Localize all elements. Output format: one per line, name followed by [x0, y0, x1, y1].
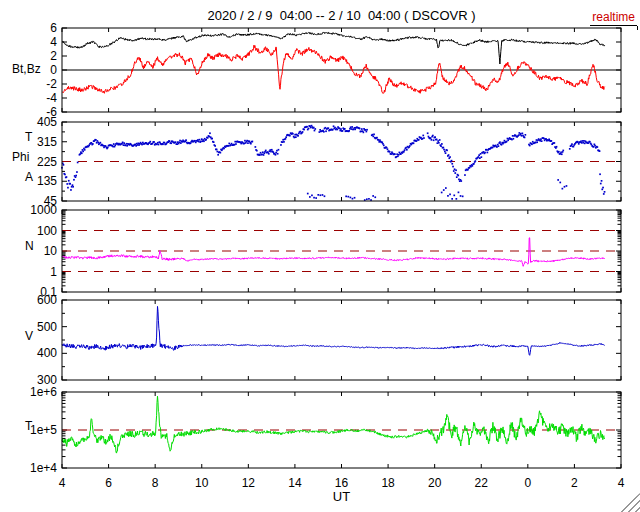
y-axis-label-n: N: [25, 239, 34, 253]
y-axis-label-a: A: [25, 170, 33, 184]
series-N: [62, 238, 605, 267]
x-tick-label: 20: [428, 476, 442, 490]
y-tick-label: 1000: [30, 203, 57, 217]
y-tick-label: 315: [37, 135, 57, 149]
y-tick-label: 4: [50, 35, 57, 49]
panel-frame: [62, 300, 621, 380]
y-tick-label: 10: [44, 244, 58, 258]
x-tick-label: 10: [195, 476, 209, 490]
panel-bt-bz: 6420-2-4-6: [46, 21, 621, 119]
y-tick-label: -4: [46, 91, 57, 105]
y-tick-label: -2: [46, 77, 57, 91]
x-tick-label: 0: [524, 476, 531, 490]
y-tick-label: 135: [37, 174, 57, 188]
y-axis-label-btbz: Bt,Bz: [12, 62, 41, 76]
charts-svg: 6420-2-4-64053152251354510001001010.1600…: [0, 0, 640, 512]
y-tick-label: 405: [37, 115, 57, 129]
x-tick-label: 4: [618, 476, 625, 490]
x-tick-label: 16: [335, 476, 349, 490]
y-tick-label: 0: [50, 63, 57, 77]
y-tick-label: 1: [50, 265, 57, 279]
y-tick-label: 225: [37, 155, 57, 169]
y-tick-label: 2: [50, 49, 57, 63]
y-axis-label-phi: Phi: [12, 150, 29, 164]
x-tick-label: 8: [152, 476, 159, 490]
x-tick-label: 14: [288, 476, 302, 490]
x-axis-label: UT: [62, 489, 621, 504]
panel-density: 10001001010.1: [30, 203, 621, 299]
x-tick-label: 12: [242, 476, 256, 490]
x-tick-label: 6: [105, 476, 112, 490]
dscovr-realtime-plot-window: 2020 / 2 / 9 04:00 -- 2 / 10 04:00 ( DSC…: [0, 0, 640, 512]
y-axis-label-t-phi: T: [25, 130, 32, 144]
x-tick-label: 2: [571, 476, 578, 490]
y-tick-label: 400: [37, 346, 57, 360]
series-T: [62, 396, 605, 453]
x-tick-label: 18: [381, 476, 395, 490]
y-tick-label: 600: [37, 293, 57, 307]
series-V: [62, 306, 605, 355]
y-tick-label: 500: [37, 320, 57, 334]
y-tick-label: 1e+6: [30, 385, 57, 399]
series-Bz: [62, 45, 605, 93]
x-tick-label: 22: [475, 476, 489, 490]
y-tick-label: 6: [50, 21, 57, 35]
panel-temperature: 1e+61e+51e+4: [30, 385, 621, 475]
panel-speed: 600500400300: [37, 293, 621, 387]
x-tick-label: 4: [59, 476, 66, 490]
y-tick-label: 1e+5: [30, 423, 57, 437]
y-tick-label: 1e+4: [30, 461, 57, 475]
y-tick-label: 100: [37, 224, 57, 238]
panel-phi: 40531522513545: [37, 115, 621, 208]
y-axis-label-v: V: [25, 329, 33, 343]
y-axis-label-t: T: [25, 419, 32, 433]
